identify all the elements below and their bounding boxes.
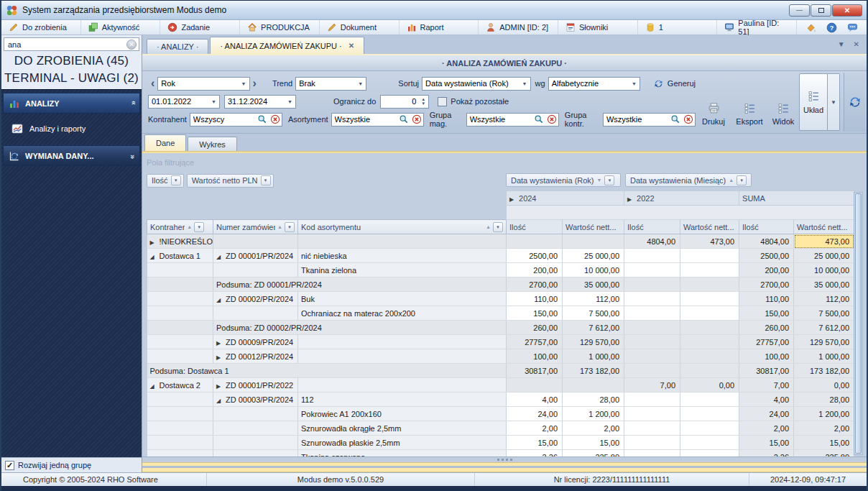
grid-cell-value[interactable]: 2,00 xyxy=(507,421,563,436)
grid-cell-kod[interactable]: Tkanina czerwona xyxy=(298,450,507,457)
grid-cell-value[interactable]: 200,00 xyxy=(739,263,794,277)
chevron-up-icon[interactable]: » xyxy=(129,101,137,104)
grid-cell-value[interactable]: 35 000,00 xyxy=(794,277,854,292)
grid-cell-value[interactable]: 2700,00 xyxy=(507,277,563,292)
search-clear-icon[interactable]: ✕ xyxy=(126,40,137,50)
grid-cell-kod[interactable]: Sznurowadła płaskie 2,5mm xyxy=(298,436,507,450)
grid-cell-value[interactable]: 27757,00 xyxy=(507,335,563,349)
grid-cell-kod[interactable] xyxy=(298,234,507,249)
grid-cell-value[interactable]: 2,26 xyxy=(507,450,563,457)
grid-cell[interactable] xyxy=(147,277,213,292)
grid-cell-kontrahent[interactable] xyxy=(147,393,213,407)
show-rest-checkbox[interactable]: ✓ xyxy=(438,97,447,106)
grid-cell-value[interactable]: 7 612,00 xyxy=(794,321,854,335)
expand-closed-icon[interactable]: ▶ xyxy=(216,354,226,361)
data-pill-1[interactable]: Wartość netto PLN▼ xyxy=(187,174,274,188)
grid-cell[interactable] xyxy=(147,321,213,335)
grid-cell-numer[interactable]: ▶ZD 00009/PR/2024 xyxy=(213,335,298,349)
column-header-0[interactable]: Kontraher▲▼ xyxy=(147,220,213,234)
grid-cell-kod[interactable]: nić niebieska xyxy=(298,249,507,263)
grid-cell-value[interactable]: 25 000,00 xyxy=(794,249,854,263)
menu-item-paulina-id-51[interactable]: Paulina [ID: 51] xyxy=(717,20,797,35)
menu-item-admin-id-2[interactable]: ADMIN [ID: 2] xyxy=(479,20,558,35)
magnifier-icon[interactable] xyxy=(669,114,682,125)
grid-cell-kod[interactable]: Ochraniacz na materac 200x200 xyxy=(298,306,507,321)
expand-open-icon[interactable]: ◢ xyxy=(216,398,226,404)
grid-cell-value[interactable]: 110,00 xyxy=(507,292,563,306)
lookup-field-3[interactable]: Wszystkie xyxy=(603,113,696,127)
subtotal-cell[interactable]: Podsuma: Dostawca 1 xyxy=(147,364,507,378)
grid-cell-value[interactable] xyxy=(680,321,739,335)
grid-cell-value[interactable]: 1 200,00 xyxy=(794,407,854,421)
grid-cell-value[interactable] xyxy=(680,349,739,364)
grid-cell-kontrahent[interactable] xyxy=(147,436,213,450)
grid-cell-value[interactable]: 112,00 xyxy=(563,292,624,306)
grid-cell-value[interactable]: 260,00 xyxy=(739,321,794,335)
header-filter-icon[interactable]: ▼ xyxy=(493,222,503,232)
pill-dropdown-icon[interactable]: ▼ xyxy=(604,175,614,185)
value-header[interactable]: Ilość xyxy=(739,220,794,234)
column-header-2[interactable]: Kod asortymentu▲▼ xyxy=(298,220,507,234)
grid-cell-value[interactable]: 35 000,00 xyxy=(563,277,624,292)
grid-cell-numer[interactable] xyxy=(213,234,298,249)
grid-cell-kontrahent[interactable] xyxy=(147,263,213,277)
grid-cell-value[interactable] xyxy=(624,321,680,335)
grid-cell-value[interactable]: 30817,00 xyxy=(739,364,794,378)
spinner-arrows-icon[interactable]: ▲▼ xyxy=(418,96,428,108)
date-from-field[interactable]: 01.01.2022▼ xyxy=(148,95,220,109)
column-header-1[interactable]: Numer zamówieni▲▼ xyxy=(213,220,298,234)
grid-cell-value[interactable] xyxy=(680,263,739,277)
grid-cell-value[interactable]: 4804,00 xyxy=(739,234,794,249)
menu-item-aktywno[interactable]: Aktywność xyxy=(81,20,161,35)
menu-item-zadanie[interactable]: Zadanie xyxy=(160,20,240,35)
vertical-scrollbar[interactable] xyxy=(854,192,863,455)
grid-cell-value[interactable]: 129 570,00 xyxy=(563,335,624,349)
grid-cell-kontrahent[interactable] xyxy=(147,306,213,321)
header-filter-icon[interactable]: ▼ xyxy=(285,222,295,232)
grid-cell-value[interactable] xyxy=(680,335,739,349)
search-input[interactable] xyxy=(6,40,126,50)
grid-cell-value[interactable] xyxy=(680,393,739,407)
tab-list-chevron-icon[interactable]: ▼ xyxy=(838,40,845,48)
grid-cell-numer[interactable] xyxy=(213,436,298,450)
grid-cell-value[interactable] xyxy=(624,421,680,436)
tab-analiza-zamowien-zakupu[interactable]: · ANALIZA ZAMÓWIEŃ ZAKUPU · ✕ xyxy=(210,37,364,54)
grid-cell-kontrahent[interactable] xyxy=(147,335,213,349)
grid-cell-value[interactable]: 7,00 xyxy=(624,378,680,393)
grid-cell-value[interactable]: 110,00 xyxy=(739,292,794,306)
grid-cell-value[interactable]: 15,00 xyxy=(563,436,624,450)
nav-group-wymiana-danych[interactable]: WYMIANA DANY... » xyxy=(3,145,140,166)
grid-cell-value[interactable]: 7,00 xyxy=(739,378,794,393)
grid-cell-kontrahent[interactable] xyxy=(147,292,213,306)
grid-cell-value[interactable] xyxy=(680,249,739,263)
grid-cell-kontrahent[interactable] xyxy=(147,450,213,457)
limit-spinner[interactable]: 0 ▲▼ xyxy=(380,95,429,109)
tabbar-close-icon[interactable]: ✕ xyxy=(854,40,859,48)
clear-filter-icon[interactable] xyxy=(269,114,282,125)
grid-cell-value[interactable]: 25 000,00 xyxy=(563,249,624,263)
grid-cell-value[interactable]: 0,00 xyxy=(680,378,739,393)
lookup-field-2[interactable]: Wszystkie xyxy=(466,113,559,127)
grid-cell-value[interactable] xyxy=(563,234,624,249)
grid-cell-numer[interactable]: ▶ZD 00012/PR/2024 xyxy=(213,349,298,364)
menu-item-dokument[interactable]: Dokument xyxy=(320,20,400,35)
grid-cell-value[interactable]: 10 000,00 xyxy=(563,263,624,277)
tab-close-icon[interactable]: ✕ xyxy=(348,42,354,50)
year-group-SUMA[interactable]: SUMA xyxy=(739,191,854,206)
grid-cell-value[interactable] xyxy=(624,335,680,349)
grid-cell-value[interactable] xyxy=(680,306,739,321)
grid-cell-kod[interactable]: Pokrowiec A1 200x160 xyxy=(298,407,507,421)
grid-cell-value[interactable] xyxy=(624,393,680,407)
value-header[interactable]: Wartość nett... xyxy=(794,220,854,234)
tab-dane[interactable]: Dane xyxy=(144,134,186,151)
grid-cell-value[interactable]: 150,00 xyxy=(739,306,794,321)
grid-cell-numer[interactable] xyxy=(213,306,298,321)
export-button[interactable]: Eksport xyxy=(731,73,767,132)
paint-bucket-icon[interactable] xyxy=(805,22,816,33)
grid-cell-value[interactable] xyxy=(680,450,739,457)
grid-cell-value[interactable] xyxy=(680,436,739,450)
generate-button[interactable]: Generuj xyxy=(653,78,696,89)
grid-cell-value[interactable]: 4804,00 xyxy=(624,234,680,249)
period-type-select[interactable]: Rok▼ xyxy=(157,77,249,91)
grid-cell-value[interactable]: 15,00 xyxy=(507,436,563,450)
